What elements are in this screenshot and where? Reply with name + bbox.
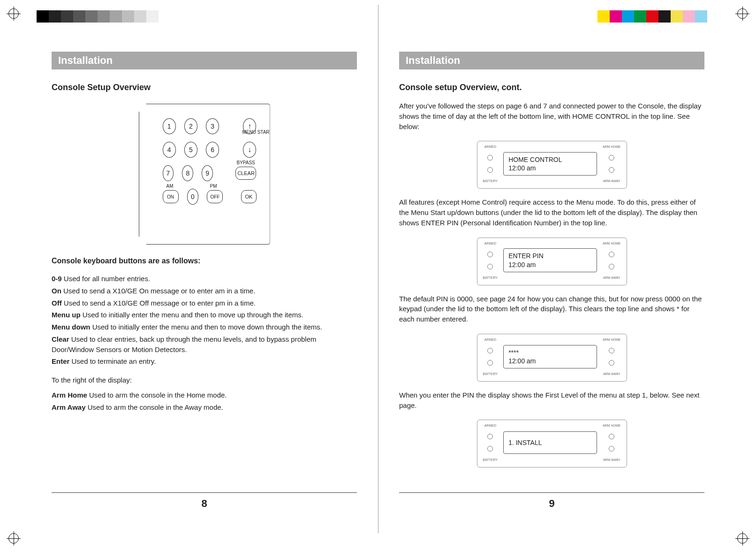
battery-label: BATTERY	[483, 458, 498, 461]
pm-label: PM	[210, 184, 217, 189]
key-6: 6	[206, 142, 219, 158]
color-swatch	[634, 10, 646, 23]
color-swatch	[122, 10, 134, 23]
key-9: 9	[202, 165, 213, 181]
key-4: 4	[163, 142, 176, 158]
kb-item: 0-9 Used for all number entries.	[52, 274, 357, 284]
armed-label: ARMED	[484, 338, 496, 341]
grayscale-bar	[37, 10, 159, 23]
kb-item: Enter Used to terminate an entry.	[52, 356, 357, 367]
arm-home-label: ARM HOME	[603, 242, 621, 245]
key-menu-down	[243, 142, 256, 158]
color-swatch	[707, 10, 719, 23]
lcd-left-leds: ARMEDBATTERY	[483, 424, 498, 461]
color-swatch	[597, 10, 610, 23]
armed-label: ARMED	[484, 242, 496, 245]
lcd-line-2: 12:00 am	[508, 261, 592, 269]
para-2: All features (except Home Control) requi…	[399, 197, 704, 228]
lcd-line-1: ****	[508, 348, 592, 357]
crop-mark-top-right	[737, 8, 748, 19]
button-icon	[609, 348, 614, 353]
arm-home-label: ARM HOME	[603, 338, 621, 341]
key-clear: CLEAR	[235, 167, 256, 180]
color-swatch	[683, 10, 695, 23]
key-8: 8	[182, 165, 193, 181]
section-title-left: Installation	[52, 52, 357, 69]
arrow-down-icon	[248, 146, 251, 154]
lcd-screen: HOME CONTROL12:00 am	[503, 152, 597, 176]
color-swatch	[610, 10, 622, 23]
lcd-unit: ARMEDBATTERYENTER PIN12:00 amARM HOMEARM…	[477, 238, 627, 285]
lcd-unit: ARMEDBATTERY1. INSTALLARM HOMEARM AWAY	[477, 420, 627, 468]
color-swatch	[646, 10, 658, 23]
arm-away-label: ARM AWAY	[603, 276, 620, 279]
button-icon	[609, 446, 614, 452]
color-swatch	[671, 10, 683, 23]
key-ok: OK	[241, 190, 256, 203]
lcd-left-leds: ARMEDBATTERY	[483, 145, 498, 183]
arm-away-label: ARM AWAY	[603, 372, 620, 376]
lcd-screen: ENTER PIN12:00 am	[503, 248, 597, 272]
lcd-unit: ARMEDBATTERYHOME CONTROL12:00 amARM HOME…	[477, 141, 627, 189]
lcd-line-2: 12:00 am	[508, 357, 592, 365]
color-swatch	[658, 10, 671, 23]
color-swatch	[134, 10, 146, 23]
lcd-right-buttons: ARM HOMEARM AWAY	[603, 338, 621, 376]
footer-rule-right	[399, 492, 704, 493]
kb-item: Off Used to send a X10/GE Off message or…	[52, 298, 357, 308]
color-swatch	[85, 10, 98, 23]
key-5: 5	[184, 142, 197, 158]
footer-rule-left	[52, 492, 357, 493]
kb-item: Arm Home Used to arm the console in the …	[52, 390, 357, 400]
kb-item: On Used to send a X10/GE On message or t…	[52, 286, 357, 296]
lcd-line-1: HOME CONTROL	[508, 155, 592, 164]
am-label: AM	[166, 184, 174, 189]
subheading-right: Console setup Overview, cont.	[399, 83, 704, 92]
button-icon	[609, 360, 614, 366]
color-bar	[597, 10, 719, 23]
color-swatch	[622, 10, 634, 23]
lcd-1: ARMEDBATTERYHOME CONTROL12:00 amARM HOME…	[399, 141, 704, 189]
led-icon	[487, 348, 493, 353]
page-number-left: 8	[52, 498, 357, 510]
lcd-3: ARMEDBATTERY****12:00 amARM HOMEARM AWAY	[399, 334, 704, 382]
color-swatch	[73, 10, 85, 23]
color-swatch	[61, 10, 73, 23]
key-0: 0	[187, 189, 199, 205]
lcd-screen: 1. INSTALL	[503, 431, 597, 454]
button-icon	[609, 155, 614, 161]
arm-home-label: ARM HOME	[603, 145, 621, 148]
crop-mark-bottom-right	[737, 533, 748, 544]
led-icon	[487, 264, 493, 269]
console-keypad-diagram: 1 2 3 MENU START 4 5 6 7 8 9	[139, 104, 270, 245]
key-3: 3	[206, 118, 219, 134]
color-swatch	[37, 10, 49, 23]
battery-label: BATTERY	[483, 179, 498, 183]
button-icon	[609, 264, 614, 269]
para-4: When you enter the PIN the display shows…	[399, 390, 704, 411]
bypass-label: BYPASS	[236, 160, 255, 165]
color-swatch	[49, 10, 61, 23]
led-icon	[487, 252, 493, 257]
armed-label: ARMED	[484, 145, 496, 148]
page-right: Installation Console setup Overview, con…	[399, 52, 704, 510]
arm-home-label: ARM HOME	[603, 424, 621, 427]
button-icon	[609, 434, 614, 439]
color-swatch	[110, 10, 122, 23]
right-of-display-label: To the right of the display:	[52, 375, 357, 385]
menu-start-label: MENU START	[242, 130, 272, 135]
lcd-line-1: 1. INSTALL	[508, 438, 592, 447]
section-title-right: Installation	[399, 52, 704, 69]
kb-item: Clear Used to clear entries, back up thr…	[52, 334, 357, 355]
crop-mark-bottom-left	[8, 533, 19, 544]
key-on: ON	[163, 190, 179, 203]
para-1: After you've followed the steps on page …	[399, 101, 704, 131]
led-icon	[487, 155, 493, 161]
key-2: 2	[184, 118, 197, 134]
lcd-2: ARMEDBATTERYENTER PIN12:00 amARM HOMEARM…	[399, 238, 704, 285]
lcd-screen: ****12:00 am	[503, 345, 597, 368]
color-swatch	[98, 10, 110, 23]
lcd-left-leds: ARMEDBATTERY	[483, 338, 498, 376]
arm-away-label: ARM AWAY	[603, 458, 620, 461]
battery-label: BATTERY	[483, 276, 498, 279]
